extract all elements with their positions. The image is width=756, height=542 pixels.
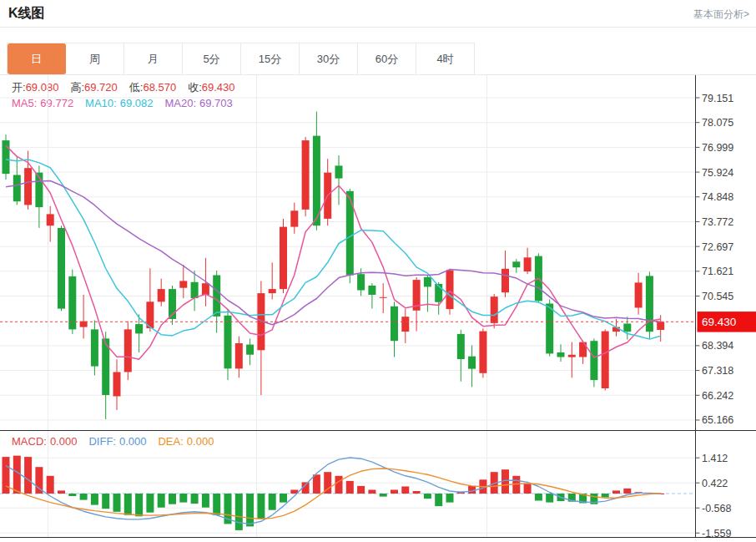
tab-5min[interactable]: 5分 [183, 43, 241, 74]
svg-text:65.166: 65.166 [702, 414, 733, 426]
tab-4hour[interactable]: 4时 [416, 43, 474, 74]
kline-page: K线图 基本面分析> 日周月5分15分30分60分4时 开:69.080高:69… [0, 0, 756, 542]
macd-axis: 1.4120.422-0.568-1.559 [696, 453, 732, 539]
svg-text:-0.568: -0.568 [702, 503, 731, 514]
svg-text:-1.559: -1.559 [702, 528, 731, 539]
interval-tabbar: 日周月5分15分30分60分4时 [7, 43, 475, 75]
header-divider [0, 27, 756, 28]
macd-histogram [3, 456, 665, 530]
svg-text:68.394: 68.394 [702, 340, 733, 352]
svg-text:73.772: 73.772 [702, 216, 733, 228]
tab-30min[interactable]: 30分 [300, 43, 358, 74]
kline-chart-canvas[interactable]: 79.15178.07576.99975.92474.84873.77272.6… [0, 74, 756, 542]
tab-week[interactable]: 周 [66, 43, 124, 74]
svg-text:71.621: 71.621 [702, 266, 733, 277]
svg-text:76.999: 76.999 [702, 142, 733, 154]
page-title: K线图 [8, 5, 45, 23]
price-axis: 79.15178.07576.99975.92474.84873.77272.6… [696, 93, 734, 427]
svg-text:75.924: 75.924 [702, 167, 733, 179]
svg-text:72.697: 72.697 [702, 241, 733, 253]
svg-text:70.545: 70.545 [702, 291, 733, 302]
fundamental-analysis-link[interactable]: 基本面分析> [693, 8, 749, 22]
svg-text:79.151: 79.151 [702, 93, 733, 104]
diff-line [6, 458, 661, 524]
ma10-line [6, 160, 661, 339]
svg-text:66.242: 66.242 [702, 390, 733, 402]
svg-text:78.075: 78.075 [702, 117, 733, 129]
current-price-badge: 69.430 [698, 312, 756, 332]
svg-text:74.848: 74.848 [702, 191, 733, 203]
svg-text:1.412: 1.412 [702, 453, 728, 464]
svg-text:0.422: 0.422 [702, 478, 728, 489]
tab-day[interactable]: 日 [8, 43, 66, 74]
tab-15min[interactable]: 15分 [241, 43, 300, 74]
candlesticks [3, 112, 665, 419]
tab-month[interactable]: 月 [124, 43, 183, 74]
tab-60min[interactable]: 60分 [358, 43, 416, 74]
svg-text:69.430: 69.430 [702, 316, 736, 328]
svg-text:67.318: 67.318 [702, 365, 733, 377]
